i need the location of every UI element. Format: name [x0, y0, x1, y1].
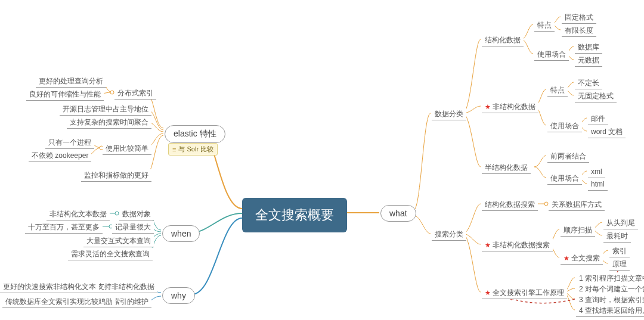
leaf-sc-struct[interactable]: 结构化数据搜索 [482, 198, 538, 211]
leaf-sc-unstruct[interactable]: 非结构化数据搜索 [482, 239, 553, 251]
leaf-record-large[interactable]: 记录量很大 [112, 221, 154, 234]
leaf-sd-usage[interactable]: 使用场合 [534, 48, 569, 61]
leaf-semi-data[interactable]: 半结构化数据 [482, 161, 531, 174]
leaf-sd-f1[interactable]: 固定格式 [562, 11, 596, 24]
leaf-unstruct-text[interactable]: 非结构化文本数据 [47, 208, 110, 220]
branch-why[interactable]: why [162, 287, 195, 304]
leaf-monitoring[interactable]: 监控和指标做的更好 [81, 169, 151, 182]
note-solr-compare[interactable]: 与 Solr 比较 [168, 143, 218, 156]
leaf-log-leader[interactable]: 开源日志管理中占主导地位 [60, 103, 151, 116]
branch-when[interactable]: when [162, 225, 200, 242]
leaf-one-process[interactable]: 只有一个进程 [45, 136, 94, 149]
leaf-ss1[interactable]: 从头到尾 [603, 217, 638, 229]
leaf-search-class[interactable]: 搜索分类 [432, 228, 466, 241]
leaf-unstruct-data[interactable]: 非结构化数据 [482, 101, 538, 113]
leaf-ft-index[interactable]: 索引 [609, 245, 630, 257]
branch-elastic[interactable]: elastic 特性 [165, 125, 225, 143]
leaf-sd-u2[interactable]: 元数据 [575, 54, 602, 67]
leaf-semi-u1[interactable]: xml [588, 166, 605, 178]
leaf-better-query[interactable]: 更好的处理查询分析 [36, 75, 106, 88]
leaf-struct-data[interactable]: 结构化数据 [482, 34, 524, 46]
leaf-semi-u2[interactable]: html [588, 178, 608, 191]
leaf-fulltext[interactable]: 全文搜索 [561, 252, 603, 265]
leaf-sc-struct-rel[interactable]: 关系数据库方式 [549, 198, 605, 211]
leaf-e4[interactable]: 4 查找结果返回给用户 [576, 305, 644, 317]
leaf-simple-use[interactable]: 使用比较简单 [103, 142, 151, 155]
branch-what[interactable]: what [380, 205, 416, 222]
leaf-ud-f2[interactable]: 无固定格式 [575, 90, 617, 102]
leaf-data-class[interactable]: 数据分类 [432, 108, 466, 120]
svg-point-7 [544, 202, 548, 206]
leaf-semi-usage[interactable]: 使用场合 [547, 172, 582, 185]
leaf-support-unstruct[interactable]: 支持非结构化数据 [94, 281, 157, 293]
leaf-ft-principle[interactable]: 原理 [609, 258, 630, 271]
svg-point-3 [115, 212, 119, 215]
leaf-ud-usage[interactable]: 使用场合 [547, 120, 582, 132]
leaf-ud-f1[interactable]: 不定长 [575, 77, 602, 89]
leaf-better-fast-search[interactable]: 更好的快速搜索非结构化文本 [0, 281, 99, 293]
leaf-sd-f2[interactable]: 有限长度 [562, 24, 596, 37]
leaf-index-maint[interactable]: 索引的维护 [110, 296, 151, 308]
leaf-flexible-search[interactable]: 需求灵活的全文搜索查询 [68, 248, 153, 260]
leaf-data-object[interactable]: 数据对象 [119, 208, 154, 220]
leaf-engine[interactable]: 全文搜索引擎工作原理 [482, 287, 567, 299]
leaf-distributed-index[interactable]: 分布式索引 [114, 87, 156, 100]
leaf-ss2[interactable]: 最耗时 [603, 230, 631, 243]
leaf-semi-both[interactable]: 前两者结合 [547, 150, 589, 163]
leaf-scalability[interactable]: 良好的可伸缩性与性能 [26, 88, 104, 101]
svg-point-1 [110, 91, 114, 94]
leaf-sd-u1[interactable]: 数据库 [575, 41, 602, 54]
root-node[interactable]: 全文搜索概要 [242, 198, 347, 232]
leaf-traditional-db[interactable]: 传统数据库全文索引实现比较鸡肋 [2, 296, 116, 308]
leaf-ud-feature[interactable]: 特点 [547, 84, 568, 97]
leaf-interactive-query[interactable]: 大量交互式文本查询 [83, 235, 154, 247]
leaf-sd-feature[interactable]: 特点 [534, 19, 555, 32]
leaf-seq-scan[interactable]: 顺序扫描 [561, 224, 595, 237]
leaf-ud-u1[interactable]: 邮件 [588, 113, 608, 125]
leaf-ud-u2[interactable]: word 文档 [588, 126, 626, 138]
leaf-ten-to-million[interactable]: 十万至百万，甚至更多 [25, 221, 103, 234]
leaf-no-zk[interactable]: 不依赖 zookeeper [29, 150, 91, 162]
leaf-complex-time[interactable]: 支持复杂的搜索时间聚合 [67, 116, 151, 129]
